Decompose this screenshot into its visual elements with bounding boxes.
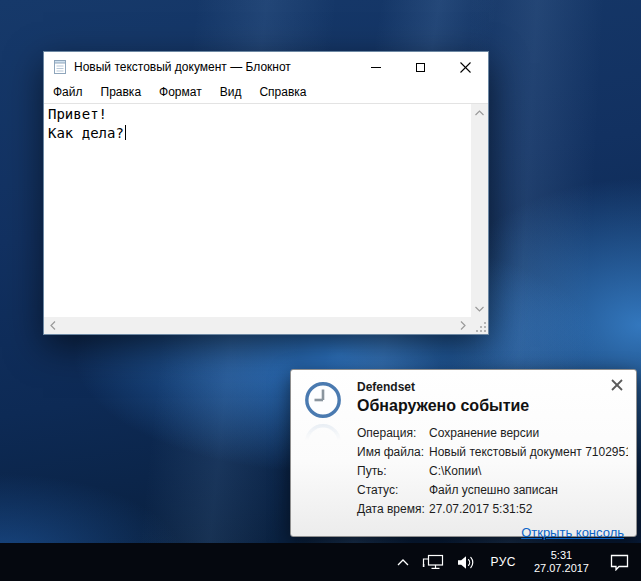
scroll-left-icon[interactable] (44, 317, 61, 334)
menu-help[interactable]: Справка (250, 82, 315, 103)
editor-line: Как дела? (48, 124, 471, 143)
notepad-window: Новый текстовый документ — Блокнот Файл (43, 51, 489, 335)
close-button[interactable] (443, 52, 488, 82)
menu-edit[interactable]: Правка (92, 82, 151, 103)
detail-label: Имя файла: (357, 445, 429, 459)
minimize-button[interactable] (353, 52, 398, 82)
scroll-right-icon[interactable] (454, 317, 471, 334)
action-center-icon (610, 554, 629, 571)
minimize-icon (371, 67, 381, 68)
detail-value: Файл успешно записан (429, 483, 628, 497)
volume-button[interactable] (457, 543, 475, 581)
horizontal-scrollbar[interactable] (44, 317, 471, 334)
desktop: Новый текстовый документ — Блокнот Файл (0, 0, 641, 581)
action-center-button[interactable] (610, 543, 629, 581)
editor-line: Привет! (48, 105, 471, 124)
network-icon (422, 554, 444, 571)
notification-close-button[interactable] (611, 379, 623, 391)
close-icon (611, 379, 623, 391)
taskbar-clock[interactable]: 5:31 27.07.2017 (531, 543, 592, 581)
detail-value: 27.07.2017 5:31:52 (429, 502, 628, 516)
detail-label: Статус: (357, 483, 429, 497)
language-indicator[interactable]: РУС (488, 543, 518, 581)
detail-label: Операция: (357, 426, 429, 440)
open-console-link[interactable]: Открыть консоль (521, 525, 624, 540)
notification-title: Обнаружено событие (357, 397, 628, 415)
tray-overflow-button[interactable] (397, 543, 409, 581)
taskbar-time: 5:31 (551, 549, 572, 562)
titlebar[interactable]: Новый текстовый документ — Блокнот (44, 52, 488, 82)
taskbar: РУС 5:31 27.07.2017 (0, 543, 641, 581)
clock-icon-reflection (303, 418, 357, 448)
chevron-up-icon (397, 559, 409, 566)
vertical-scrollbar[interactable] (471, 104, 488, 317)
notification-details: Операция: Сохранение версии Имя файла: Н… (357, 426, 628, 516)
detail-label: Дата время: (357, 502, 429, 516)
network-button[interactable] (422, 543, 444, 581)
close-icon (460, 62, 471, 73)
resize-grip-icon (476, 322, 486, 332)
notification-icon-area (303, 378, 357, 528)
scroll-down-icon[interactable] (471, 300, 488, 317)
window-title: Новый текстовый документ — Блокнот (74, 60, 353, 74)
detail-label: Путь: (357, 464, 429, 478)
detail-value: Сохранение версии (429, 426, 628, 440)
volume-icon (457, 555, 475, 570)
clock-icon (303, 380, 343, 420)
menu-file[interactable]: Файл (44, 82, 92, 103)
menubar: Файл Правка Формат Вид Справка (44, 82, 488, 104)
detail-value: C:\Копии\ (429, 464, 628, 478)
scroll-up-icon[interactable] (471, 104, 488, 121)
notification-popup: Defendset Обнаружено событие Операция: С… (290, 369, 637, 537)
taskbar-date: 27.07.2017 (534, 562, 589, 575)
maximize-icon (416, 63, 425, 72)
resize-grip[interactable] (471, 317, 488, 334)
notepad-icon (52, 59, 68, 75)
menu-view[interactable]: Вид (211, 82, 251, 103)
maximize-button[interactable] (398, 52, 443, 82)
text-editor[interactable]: Привет! Как дела? (44, 104, 471, 317)
text-caret (125, 125, 126, 140)
menu-format[interactable]: Формат (150, 82, 211, 103)
notification-app-name: Defendset (357, 380, 628, 394)
detail-value: Новый текстовый документ 7102951... (429, 445, 628, 459)
